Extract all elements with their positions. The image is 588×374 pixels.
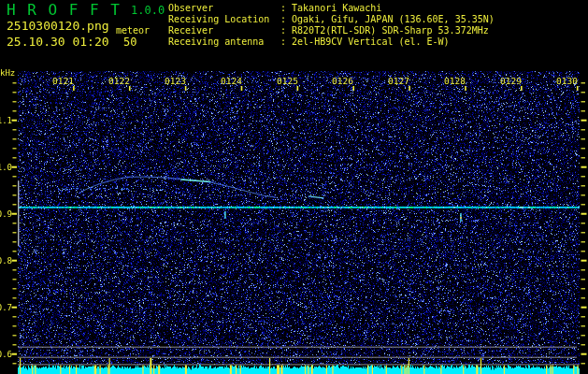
info-label: Receiver [168, 25, 280, 36]
info-label: Receiving antenna [168, 36, 280, 47]
app-title: H R O F F T [7, 2, 121, 19]
info-value: Takanori Kawachi [292, 3, 381, 13]
x-tick-label: 0124 [221, 76, 245, 86]
x-tick-label: 0122 [108, 76, 133, 86]
info-row-observer: Observer: Takanori Kawachi [168, 3, 381, 13]
info-sep: : [280, 36, 292, 47]
x-tick-label: 0121 [52, 76, 77, 86]
mode-label: meteor [116, 25, 150, 36]
info-row-location: Receiving Location: Ogaki, Gifu, JAPAN (… [168, 14, 495, 24]
info-value: R820T2(RTL-SDR) SDR-Sharp 53.372MHz [292, 25, 489, 36]
info-sep: : [280, 25, 292, 36]
spectrogram-canvas [0, 0, 588, 374]
x-tick-label: 0128 [444, 76, 468, 86]
x-tick-label: 0125 [277, 76, 301, 86]
info-label: Observer [168, 3, 280, 13]
y-tick-label: 1.1 [0, 116, 12, 125]
x-tick-label: 0123 [165, 76, 189, 86]
frame-datetime: 25.10.30 01:20 [7, 36, 109, 49]
y-tick-label: 1.0 [0, 163, 12, 172]
output-filename: 2510300120.png [7, 20, 109, 33]
y-tick-label: 0.9 [0, 209, 12, 219]
info-sep: : [280, 14, 292, 24]
x-tick-label: 0126 [332, 76, 356, 86]
x-tick-label: 0127 [388, 76, 412, 86]
x-tick-label: 0130 [556, 76, 581, 86]
meteor-count: 50 [123, 36, 136, 49]
info-row-antenna: Receiving antenna: 2el-HB9CV Vertical (e… [168, 36, 450, 47]
info-label: Receiving Location [168, 14, 280, 24]
y-axis-unit-label: kHz [0, 69, 15, 79]
info-sep: : [280, 3, 292, 13]
info-value: 2el-HB9CV Vertical (el. E-W) [292, 36, 450, 47]
y-tick-label: 0.6 [0, 350, 12, 359]
hrofft-window: H R O F F T 1.0.0 2510300120.png meteor … [0, 0, 588, 374]
y-tick-label: 0.7 [0, 303, 12, 312]
x-tick-label: 0129 [500, 76, 524, 86]
info-value: Ogaki, Gifu, JAPAN (136.60E, 35.35N) [292, 14, 495, 24]
app-version: 1.0.0 [131, 5, 165, 17]
y-tick-label: 0.8 [0, 256, 12, 266]
info-row-receiver: Receiver: R820T2(RTL-SDR) SDR-Sharp 53.3… [168, 25, 489, 36]
